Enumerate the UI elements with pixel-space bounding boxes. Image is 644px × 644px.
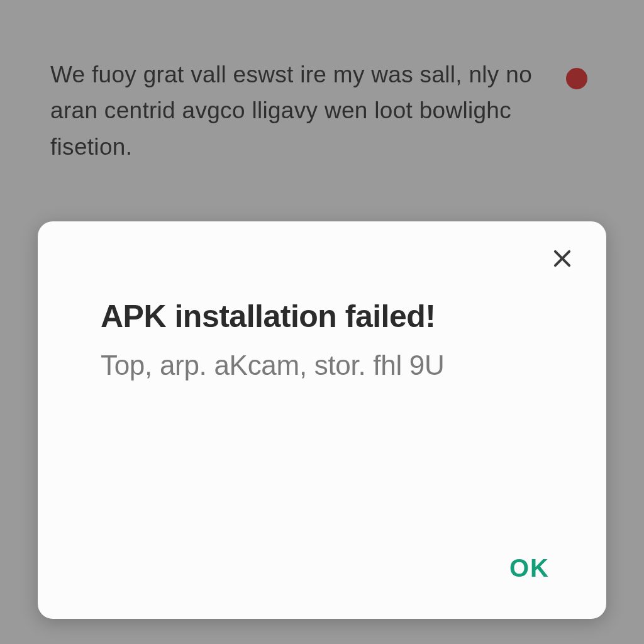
- background-content: We fuoy grat vall eswst ire my was sall,…: [0, 0, 644, 165]
- dialog-body: APK installation failed! Top, arp. aKcam…: [68, 298, 576, 548]
- close-icon: [550, 247, 574, 272]
- ok-button[interactable]: OK: [501, 548, 558, 589]
- error-dialog: APK installation failed! Top, arp. aKcam…: [38, 221, 606, 619]
- dialog-message: Top, arp. aKcam, stor. fhl 9U: [101, 350, 564, 381]
- status-dot-icon: [566, 68, 587, 89]
- close-button[interactable]: [548, 245, 576, 273]
- background-paragraph: We fuoy grat vall eswst ire my was sall,…: [50, 57, 547, 165]
- dialog-header: [68, 245, 576, 273]
- dialog-actions: OK: [68, 548, 576, 594]
- dialog-title: APK installation failed!: [101, 298, 564, 335]
